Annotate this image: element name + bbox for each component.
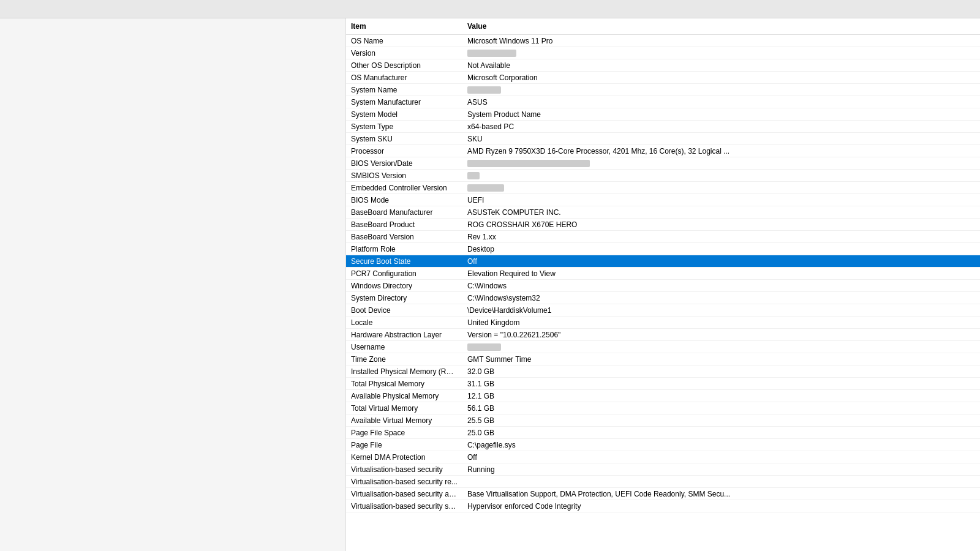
table-row[interactable]: System ManufacturerASUS xyxy=(346,96,980,108)
table-row[interactable]: Embedded Controller Version xyxy=(346,182,980,194)
top-bar xyxy=(0,0,980,18)
cell-item: Hardware Abstraction Layer xyxy=(346,329,462,340)
cell-value: \Device\HarddiskVolume1 xyxy=(462,305,980,316)
cell-value: 25.0 GB xyxy=(462,427,980,438)
cell-item: BaseBoard Version xyxy=(346,231,462,242)
cell-item: Time Zone xyxy=(346,354,462,365)
cell-value xyxy=(462,481,980,483)
cell-value: AMD Ryzen 9 7950X3D 16-Core Processor, 4… xyxy=(462,146,980,157)
table-row[interactable]: Hardware Abstraction LayerVersion = "10.… xyxy=(346,329,980,341)
cell-value: UEFI xyxy=(462,195,980,206)
cell-item: BaseBoard Product xyxy=(346,219,462,230)
table-row[interactable]: Virtualisation-based security re... xyxy=(346,476,980,488)
cell-item: Total Virtual Memory xyxy=(346,403,462,414)
right-panel: Item Value OS NameMicrosoft Windows 11 P… xyxy=(346,18,980,551)
cell-value xyxy=(462,158,980,169)
table-row[interactable]: BaseBoard ManufacturerASUSTeK COMPUTER I… xyxy=(346,206,980,219)
table-row[interactable]: PCR7 ConfigurationElevation Required to … xyxy=(346,268,980,280)
cell-value xyxy=(462,84,980,96)
left-panel xyxy=(0,18,346,551)
cell-item: Platform Role xyxy=(346,244,462,255)
cell-value: Elevation Required to View xyxy=(462,268,980,279)
table-header: Item Value xyxy=(346,18,980,35)
cell-value: 31.1 GB xyxy=(462,378,980,389)
cell-value: ASUSTeK COMPUTER INC. xyxy=(462,207,980,218)
table-row[interactable]: Page File Space25.0 GB xyxy=(346,427,980,439)
cell-item: Virtualisation-based security xyxy=(346,464,462,475)
cell-item: Page File xyxy=(346,440,462,451)
table-body: OS NameMicrosoft Windows 11 ProVersion O… xyxy=(346,35,980,512)
table-row[interactable]: Page FileC:\pagefile.sys xyxy=(346,439,980,451)
cell-value xyxy=(462,342,980,353)
cell-value xyxy=(462,170,980,181)
cell-value: x64-based PC xyxy=(462,121,980,132)
cell-value: Off xyxy=(462,452,980,463)
cell-value: C:\Windows xyxy=(462,280,980,291)
cell-value: Version = "10.0.22621.2506" xyxy=(462,329,980,340)
cell-item: System SKU xyxy=(346,133,462,144)
content-area: Item Value OS NameMicrosoft Windows 11 P… xyxy=(0,18,980,551)
table-row[interactable]: OS ManufacturerMicrosoft Corporation xyxy=(346,72,980,84)
table-row[interactable]: Platform RoleDesktop xyxy=(346,243,980,255)
table-row[interactable]: Available Virtual Memory25.5 GB xyxy=(346,414,980,427)
cell-item: Other OS Description xyxy=(346,60,462,71)
cell-value: Off xyxy=(462,256,980,267)
cell-item: Processor xyxy=(346,146,462,157)
cell-item: BIOS Mode xyxy=(346,195,462,206)
cell-value: United Kingdom xyxy=(462,317,980,328)
table-row[interactable]: BIOS Version/Date xyxy=(346,157,980,170)
table-row[interactable]: Virtualisation-based security av...Base … xyxy=(346,488,980,500)
cell-item: System Type xyxy=(346,121,462,132)
table-row[interactable]: Boot Device\Device\HarddiskVolume1 xyxy=(346,304,980,317)
cell-item: SMBIOS Version xyxy=(346,170,462,181)
table-row[interactable]: Time ZoneGMT Summer Time xyxy=(346,353,980,365)
cell-value: C:\pagefile.sys xyxy=(462,440,980,451)
table-row[interactable]: Virtualisation-based security se...Hyper… xyxy=(346,500,980,512)
table-row[interactable]: System ModelSystem Product Name xyxy=(346,108,980,121)
cell-item: Username xyxy=(346,342,462,353)
table-row[interactable]: System DirectoryC:\Windows\system32 xyxy=(346,292,980,304)
cell-item: Boot Device xyxy=(346,305,462,316)
table-row[interactable]: Virtualisation-based securityRunning xyxy=(346,463,980,476)
table-row[interactable]: BaseBoard VersionRev 1.xx xyxy=(346,231,980,243)
table-row[interactable]: BaseBoard ProductROG CROSSHAIR X670E HER… xyxy=(346,219,980,231)
cell-value: Hypervisor enforced Code Integrity xyxy=(462,501,980,512)
table-row[interactable]: Total Physical Memory31.1 GB xyxy=(346,378,980,390)
cell-item: Windows Directory xyxy=(346,280,462,291)
table-row[interactable]: LocaleUnited Kingdom xyxy=(346,317,980,329)
table-row[interactable]: Version xyxy=(346,47,980,59)
cell-value: SKU xyxy=(462,133,980,144)
table-row[interactable]: Other OS DescriptionNot Available xyxy=(346,59,980,72)
cell-item: Available Physical Memory xyxy=(346,391,462,402)
table-row[interactable]: System SKUSKU xyxy=(346,133,980,145)
cell-item: Version xyxy=(346,48,462,59)
table-row[interactable]: Available Physical Memory12.1 GB xyxy=(346,390,980,402)
table-row[interactable]: BIOS ModeUEFI xyxy=(346,194,980,206)
cell-value xyxy=(462,48,980,59)
table-row[interactable]: Secure Boot StateOff xyxy=(346,255,980,268)
cell-value: System Product Name xyxy=(462,109,980,120)
cell-item: Virtualisation-based security av... xyxy=(346,489,462,500)
cell-item: Installed Physical Memory (RAM) xyxy=(346,366,462,377)
cell-item: System Directory xyxy=(346,293,462,304)
cell-item: Total Physical Memory xyxy=(346,378,462,389)
cell-item: Secure Boot State xyxy=(346,256,462,267)
cell-value: C:\Windows\system32 xyxy=(462,293,980,304)
cell-value: ROG CROSSHAIR X670E HERO xyxy=(462,219,980,230)
table-row[interactable]: Total Virtual Memory56.1 GB xyxy=(346,402,980,414)
table-row[interactable]: SMBIOS Version xyxy=(346,170,980,182)
table-row[interactable]: OS NameMicrosoft Windows 11 Pro xyxy=(346,35,980,47)
cell-item: Embedded Controller Version xyxy=(346,182,462,193)
cell-item: PCR7 Configuration xyxy=(346,268,462,279)
table-row[interactable]: System Typex64-based PC xyxy=(346,121,980,133)
cell-value: Rev 1.xx xyxy=(462,231,980,242)
table-row[interactable]: Installed Physical Memory (RAM)32.0 GB xyxy=(346,365,980,378)
table-row[interactable]: Kernel DMA ProtectionOff xyxy=(346,451,980,463)
table-row[interactable]: Username xyxy=(346,341,980,353)
cell-item: OS Name xyxy=(346,36,462,47)
system-info-table: Item Value OS NameMicrosoft Windows 11 P… xyxy=(346,18,980,512)
table-row[interactable]: ProcessorAMD Ryzen 9 7950X3D 16-Core Pro… xyxy=(346,145,980,157)
table-row[interactable]: System Name xyxy=(346,84,980,96)
table-row[interactable]: Windows DirectoryC:\Windows xyxy=(346,280,980,292)
cell-item: Locale xyxy=(346,317,462,328)
